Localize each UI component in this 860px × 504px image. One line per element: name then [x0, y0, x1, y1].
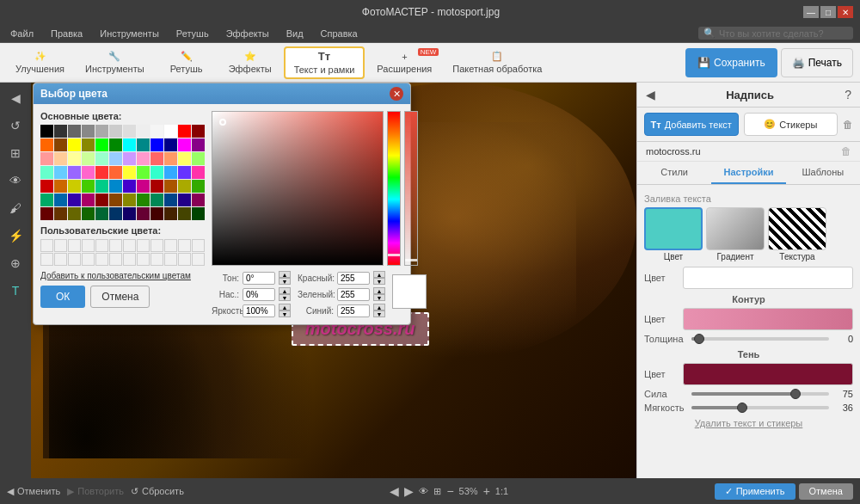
color-cell[interactable] — [54, 207, 67, 220]
custom-color-cell[interactable] — [192, 239, 205, 252]
color-cell[interactable] — [178, 180, 191, 193]
tool-instruments[interactable]: 🔧 Инструменты — [77, 46, 153, 79]
color-cell[interactable] — [192, 125, 205, 138]
hue-step-up[interactable]: ▲ — [279, 271, 291, 278]
undo-label[interactable]: Отменить — [17, 486, 60, 496]
hue-step-down[interactable]: ▼ — [279, 278, 291, 285]
outline-thickness-slider[interactable] — [691, 337, 829, 341]
fill-color-swatch[interactable] — [644, 207, 703, 250]
apply-button[interactable]: ✓ Применить — [715, 483, 796, 500]
color-cell[interactable] — [164, 138, 177, 151]
left-crop-btn[interactable]: ⊞ — [3, 141, 28, 165]
left-clone-btn[interactable]: ⊕ — [3, 251, 28, 275]
dialog-close-button[interactable]: ✕ — [390, 87, 403, 101]
custom-color-cell[interactable] — [82, 239, 95, 252]
blue-step-down[interactable]: ▼ — [373, 310, 385, 317]
color-cell[interactable] — [150, 194, 163, 206]
fill-gradient-option[interactable]: Градиент — [706, 207, 765, 261]
blue-step-up[interactable]: ▲ — [373, 304, 385, 310]
color-cell[interactable] — [40, 166, 53, 179]
panel-help-btn[interactable]: ? — [845, 88, 851, 101]
color-cell[interactable] — [150, 138, 163, 151]
color-cell[interactable] — [178, 138, 191, 151]
color-cell[interactable] — [54, 194, 67, 206]
color-cell[interactable] — [109, 166, 122, 179]
redo-label[interactable]: Повторить — [77, 486, 124, 496]
color-cell[interactable] — [137, 166, 150, 179]
hue-strip[interactable] — [387, 111, 401, 266]
color-cell[interactable] — [68, 194, 81, 206]
color-cell[interactable] — [164, 152, 177, 165]
color-cell[interactable] — [82, 125, 95, 138]
custom-color-cell[interactable] — [178, 253, 191, 266]
search-input[interactable] — [719, 28, 848, 39]
panel-back-btn[interactable]: ◀ — [646, 88, 655, 101]
color-cell[interactable] — [68, 138, 81, 151]
color-cell[interactable] — [123, 166, 136, 179]
cancel-button[interactable]: Отмена — [799, 483, 853, 500]
tool-effects[interactable]: ⭐ Эффекты — [220, 46, 280, 79]
text-list-item[interactable]: motocross.ru 🗑 — [637, 142, 860, 162]
color-cell[interactable] — [178, 166, 191, 179]
color-cell[interactable] — [54, 166, 67, 179]
left-rotate-btn[interactable]: ↺ — [3, 114, 28, 138]
color-cell[interactable] — [40, 152, 53, 165]
fill-texture-swatch[interactable] — [768, 207, 826, 250]
zoom-minus-btn[interactable]: − — [446, 484, 453, 498]
menu-edit[interactable]: Правка — [47, 27, 86, 40]
color-cell[interactable] — [82, 138, 95, 151]
color-cell[interactable] — [164, 194, 177, 206]
custom-color-cell[interactable] — [109, 239, 122, 252]
color-cell[interactable] — [192, 180, 205, 193]
left-lasso-btn[interactable]: ⚡ — [3, 224, 28, 248]
color-cell[interactable] — [150, 180, 163, 193]
color-cell[interactable] — [192, 194, 205, 206]
print-button[interactable]: 🖨️ Печать — [781, 48, 853, 77]
color-cell[interactable] — [40, 125, 53, 138]
color-cell[interactable] — [68, 125, 81, 138]
color-cell[interactable] — [137, 125, 150, 138]
color-cell[interactable] — [164, 180, 177, 193]
green-step-down[interactable]: ▼ — [373, 294, 385, 301]
close-button[interactable]: ✕ — [838, 6, 853, 18]
custom-color-cell[interactable] — [68, 239, 81, 252]
custom-color-cell[interactable] — [150, 253, 163, 266]
color-cell[interactable] — [40, 138, 53, 151]
color-cell[interactable] — [192, 166, 205, 179]
color-cell[interactable] — [95, 152, 108, 165]
color-cell[interactable] — [137, 180, 150, 193]
color-cell[interactable] — [82, 152, 95, 165]
custom-color-cell[interactable] — [68, 253, 81, 266]
color-cell[interactable] — [54, 152, 67, 165]
custom-color-cell[interactable] — [54, 253, 67, 266]
color-cell[interactable] — [123, 125, 136, 138]
green-step-up[interactable]: ▲ — [373, 287, 385, 294]
tool-retouch[interactable]: ✏️ Ретушь — [157, 46, 217, 79]
alpha-strip[interactable] — [404, 111, 418, 266]
color-cell[interactable] — [109, 207, 122, 220]
fill-gradient-swatch[interactable] — [706, 207, 765, 250]
menu-file[interactable]: Файл — [7, 27, 37, 40]
color-cell[interactable] — [95, 166, 108, 179]
nav-left-btn[interactable]: ◀ — [390, 484, 399, 498]
delete-text-link[interactable]: Удалить текст и стикеры — [644, 418, 853, 428]
blue-input[interactable] — [337, 304, 370, 317]
color-cell[interactable] — [68, 207, 81, 220]
color-cell[interactable] — [109, 180, 122, 193]
custom-color-cell[interactable] — [164, 239, 177, 252]
blue-stepper[interactable]: ▲ ▼ — [373, 304, 385, 317]
menu-tools[interactable]: Инструменты — [96, 27, 163, 40]
red-step-down[interactable]: ▼ — [373, 278, 385, 285]
green-input[interactable] — [337, 288, 370, 301]
gradient-square[interactable] — [212, 111, 384, 266]
stickers-button[interactable]: 😊 Стикеры — [744, 113, 838, 136]
nav-fullscreen-icon[interactable]: ⊞ — [433, 486, 441, 497]
color-cell[interactable] — [95, 207, 108, 220]
left-back-btn[interactable]: ◀ — [3, 86, 28, 110]
color-cell[interactable] — [178, 125, 191, 138]
color-cell[interactable] — [109, 152, 122, 165]
color-cell[interactable] — [82, 180, 95, 193]
menu-retouch[interactable]: Ретушь — [173, 27, 212, 40]
shadow-softness-slider[interactable] — [691, 406, 829, 409]
menu-effects[interactable]: Эффекты — [223, 27, 273, 40]
